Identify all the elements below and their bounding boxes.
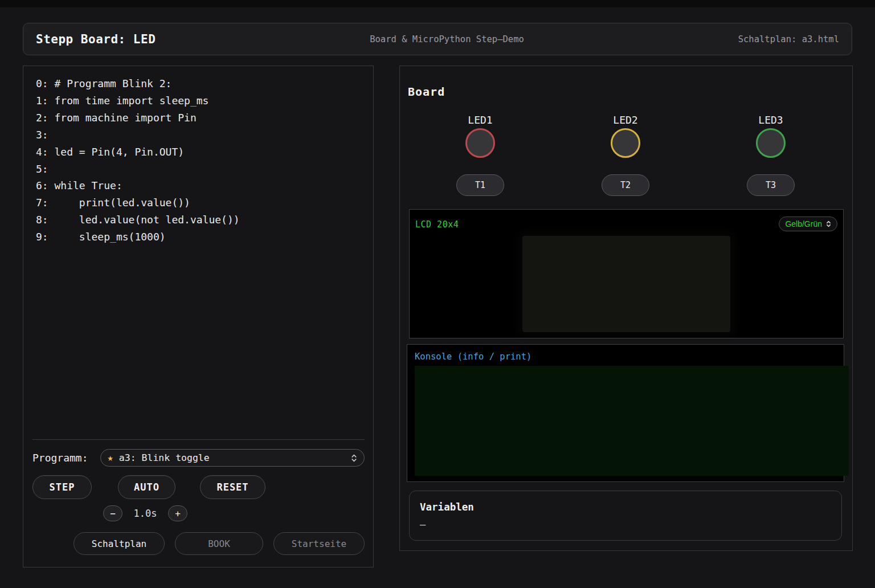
code-line: 7: print(led.value()) [36, 194, 373, 211]
auto-button[interactable]: AUTO [118, 475, 175, 499]
led1-group: LED1 T1 [440, 114, 520, 196]
code-line: 0: # Programm Blink 2: [36, 75, 373, 92]
led1-indicator [465, 128, 495, 158]
lcd-panel: LCD 20x4 Gelb/Grün [409, 209, 844, 338]
board-panel: Board LED1 T1 LED2 T2 LED3 T3 LCD 20x4 G… [399, 66, 853, 551]
code-line: 3: [36, 126, 373, 144]
header-subtitle: Board & MicroPython Step–Demo [370, 34, 524, 44]
page-title: Stepp Board: LED [36, 32, 156, 46]
header-bar: Stepp Board: LED Board & MicroPython Ste… [23, 23, 852, 55]
schaltplan-reference: Schaltplan: a3.html [738, 34, 839, 44]
code-line: 9: sleep_ms(1000) [36, 228, 373, 246]
t2-button[interactable]: T2 [602, 174, 649, 196]
program-select-value: a3: Blink toggle [119, 452, 351, 463]
nav-buttons-row: Schaltplan BOOK Startseite [32, 532, 365, 555]
code-line: 1: from time import sleep_ms [36, 92, 373, 109]
led3-label: LED3 [758, 114, 783, 126]
led3-indicator [756, 128, 786, 158]
speed-decrease-button[interactable]: − [103, 505, 122, 521]
chevron-updown-icon [826, 220, 831, 228]
program-label: Programm: [32, 452, 88, 464]
led2-group: LED2 T2 [586, 114, 665, 196]
lcd-title: LCD 20x4 [415, 219, 459, 230]
t3-button[interactable]: T3 [747, 174, 795, 196]
board-title: Board [408, 85, 445, 99]
console-title: Konsole (info / print) [415, 352, 531, 362]
console-panel: Konsole (info / print) [407, 344, 844, 482]
led2-indicator [611, 128, 640, 158]
app-window: Stepp Board: LED Board & MicroPython Ste… [0, 0, 875, 588]
window-top-edge [0, 0, 875, 7]
run-buttons-row: STEP AUTO RESET [32, 475, 365, 499]
variables-title: Variablen [420, 501, 831, 513]
led3-group: LED3 T3 [731, 114, 811, 196]
code-line: 2: from machine import Pin [36, 109, 373, 126]
program-select[interactable]: ★ a3: Blink toggle [100, 449, 365, 467]
led2-label: LED2 [613, 114, 637, 126]
chevron-updown-icon [351, 454, 357, 463]
led1-label: LED1 [468, 114, 492, 126]
startseite-button[interactable]: Startseite [273, 532, 365, 555]
lcd-mode-value: Gelb/Grün [785, 219, 822, 228]
code-line: 4: led = Pin(4, Pin.OUT) [36, 144, 373, 161]
code-listing: 0: # Programm Blink 2: 1: from time impo… [23, 66, 373, 246]
book-button[interactable]: BOOK [175, 532, 263, 555]
step-button[interactable]: STEP [32, 475, 92, 499]
speed-control: − 1.0s + [103, 505, 365, 521]
variables-empty-value: – [420, 519, 831, 530]
controls-divider [32, 439, 365, 440]
code-line: 5: [36, 161, 373, 178]
program-row: Programm: ★ a3: Blink toggle [32, 449, 365, 467]
code-line: 8: led.value(not led.value()) [36, 211, 373, 228]
variables-panel: Variablen – [409, 491, 842, 541]
speed-increase-button[interactable]: + [168, 505, 187, 521]
reset-button[interactable]: RESET [200, 475, 265, 499]
lcd-mode-select[interactable]: Gelb/Grün [779, 217, 837, 231]
speed-value: 1.0s [122, 508, 168, 519]
code-panel: 0: # Programm Blink 2: 1: from time impo… [23, 66, 374, 567]
star-icon: ★ [108, 453, 113, 463]
schaltplan-button[interactable]: Schaltplan [73, 532, 165, 555]
code-line: 6: while True: [36, 177, 373, 194]
t1-button[interactable]: T1 [456, 174, 504, 196]
console-output [415, 366, 849, 476]
lcd-screen [522, 236, 730, 332]
control-area: Programm: ★ a3: Blink toggle STEP AUTO R… [32, 439, 365, 555]
